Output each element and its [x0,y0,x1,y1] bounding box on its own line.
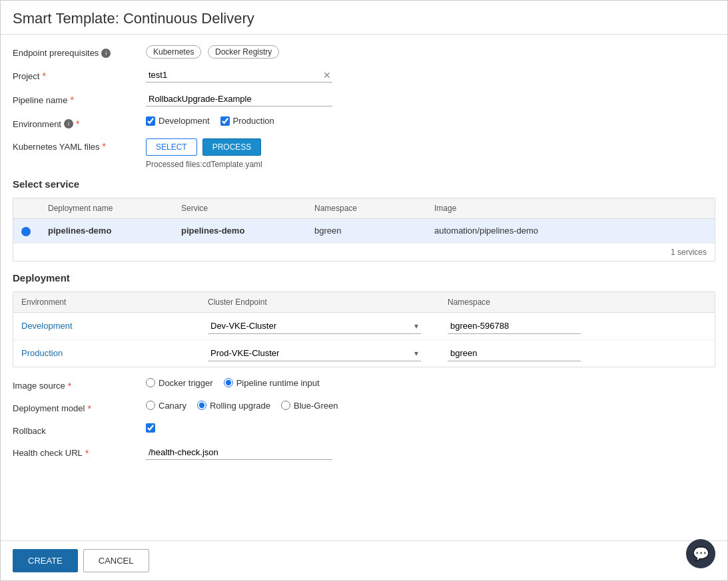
pipeline-name-row: Pipeline name * [13,92,715,106]
docker-registry-tag: Docker Registry [208,45,279,59]
k8s-yaml-row: Kubernetes YAML files * SELECT PROCESS P… [13,138,715,169]
cluster-dev-select-wrapper: Dev-VKE-Cluster Prod-VKE-Cluster [208,318,421,334]
th-deployment-name: Deployment name [40,198,173,219]
deployment-row-production: Production Dev-VKE-Cluster Prod-VKE-Clus… [13,339,715,367]
endpoint-info-icon[interactable]: i [101,49,111,58]
select-button[interactable]: SELECT [146,138,197,156]
deployment-table: Environment Cluster Endpoint Namespace D… [13,292,715,367]
service-table-header-row: Deployment name Service Namespace Image [13,198,715,219]
service-table-row[interactable]: pipelines-demo pipelines-demo bgreen aut… [13,219,715,243]
pipeline-name-field [146,92,715,106]
deployment-model-row: Deployment model * Canary Rolling upgrad… [13,401,715,414]
rollback-row: Rollback [13,423,715,436]
health-check-required: * [85,448,89,459]
env-production-input[interactable] [220,116,230,126]
service-table-footer: 1 services [13,243,715,261]
health-check-field [146,445,715,460]
deployment-table-wrapper: Environment Cluster Endpoint Namespace D… [13,291,715,367]
create-button[interactable]: CREATE [13,549,78,572]
process-button[interactable]: PROCESS [202,138,262,156]
environment-info-icon[interactable]: i [64,119,73,128]
content-area: Endpoint prerequisites i Kubernetes Dock… [1,35,727,520]
canary-label: Canary [159,401,186,411]
project-required: * [42,71,45,81]
pipeline-runtime-option[interactable]: Pipeline runtime input [224,378,320,388]
chat-bubble-icon: 💬 [693,546,709,562]
endpoint-row: Endpoint prerequisites i Kubernetes Dock… [13,45,715,59]
k8s-yaml-field: SELECT PROCESS Processed files:cdTemplat… [146,138,715,169]
rollback-checkbox[interactable] [146,423,155,433]
env-development-input[interactable] [146,116,155,126]
deployment-model-label: Deployment model * [13,401,146,414]
pipeline-name-input[interactable] [146,92,332,106]
namespace-production-cell [440,339,715,367]
project-label: Project * [13,68,146,81]
pipeline-runtime-label: Pipeline runtime input [236,378,320,388]
health-check-row: Health check URL * [13,445,715,460]
page-wrapper: Smart Template: Continuous Delivery Endp… [0,0,728,581]
image-source-field: Docker trigger Pipeline runtime input [146,378,715,388]
select-service-title: Select service [13,178,715,190]
bottom-spacer [13,469,715,509]
env-production-checkbox[interactable]: Production [220,116,274,126]
image-source-required: * [68,381,71,391]
row-service: pipelines-demo [173,219,306,243]
pipeline-name-label: Pipeline name * [13,92,146,105]
env-production-label: Production [233,116,274,126]
rollback-label: Rollback [13,423,146,436]
pipeline-required: * [70,95,73,105]
th-ns: Namespace [440,292,715,313]
blue-green-option[interactable]: Blue-Green [281,401,338,411]
namespace-prod-input[interactable] [448,345,581,361]
project-input[interactable] [146,68,322,82]
environment-field: Development Production [146,116,715,126]
cancel-button[interactable]: CANCEL [83,549,149,572]
health-check-input[interactable] [146,445,332,460]
endpoint-tags-field: Kubernetes Docker Registry [146,45,715,59]
rolling-upgrade-label: Rolling upgrade [210,401,270,411]
row-image: automation/pipelines-demo [426,219,715,243]
cluster-prod-select[interactable]: Dev-VKE-Cluster Prod-VKE-Cluster [208,345,421,361]
endpoint-label: Endpoint prerequisites i [13,45,146,58]
kubernetes-tag: Kubernetes [146,45,201,59]
blue-green-radio[interactable] [281,401,290,410]
canary-option[interactable]: Canary [146,401,186,411]
th-image: Image [426,198,715,219]
rolling-upgrade-radio[interactable] [197,401,206,410]
namespace-development-cell [440,312,715,339]
pipeline-runtime-radio[interactable] [224,378,233,387]
canary-radio[interactable] [146,401,155,410]
th-cluster: Cluster Endpoint [200,292,440,313]
deployment-model-radio-group: Canary Rolling upgrade Blue-Green [146,401,715,411]
cluster-dev-select[interactable]: Dev-VKE-Cluster Prod-VKE-Cluster [208,318,421,334]
th-namespace: Namespace [306,198,426,219]
processed-files-text: Processed files:cdTemplate.yaml [146,160,715,169]
project-row: Project * ✕ [13,68,715,83]
service-table-wrapper: Deployment name Service Namespace Image … [13,198,715,262]
rolling-upgrade-option[interactable]: Rolling upgrade [197,401,270,411]
env-development-label: Development [159,116,210,126]
health-check-label: Health check URL * [13,445,146,459]
image-source-radio-group: Docker trigger Pipeline runtime input [146,378,715,388]
docker-trigger-radio[interactable] [146,378,155,387]
selected-radio-dot [21,227,31,236]
project-clear-btn[interactable]: ✕ [322,70,332,81]
docker-trigger-option[interactable]: Docker trigger [146,378,213,388]
cluster-development-cell: Dev-VKE-Cluster Prod-VKE-Cluster [200,312,440,339]
project-input-wrapper: ✕ [146,68,332,83]
deployment-title: Deployment [13,272,715,284]
row-radio [13,219,40,243]
env-production-cell: Production [13,339,200,367]
env-development-checkbox[interactable]: Development [146,116,210,126]
cluster-production-cell: Dev-VKE-Cluster Prod-VKE-Cluster [200,339,440,367]
cluster-prod-select-wrapper: Dev-VKE-Cluster Prod-VKE-Cluster [208,345,421,361]
page-title: Smart Template: Continuous Delivery [1,1,727,35]
image-source-label: Image source * [13,378,146,391]
row-namespace: bgreen [306,219,426,243]
rollback-field [146,423,715,435]
file-buttons-group: SELECT PROCESS [146,138,715,156]
chat-bubble-button[interactable]: 💬 [686,539,715,568]
blue-green-label: Blue-Green [294,401,338,411]
namespace-dev-input[interactable] [448,318,581,334]
env-development-cell: Development [13,312,200,339]
